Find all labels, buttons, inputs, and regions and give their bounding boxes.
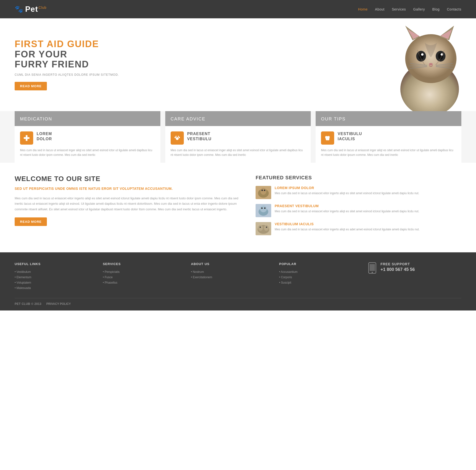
svg-point-43	[266, 227, 267, 228]
footer-services-list: Perspiciatis Fusce Phasellus	[103, 269, 181, 285]
footer-popular-suscipit: Suscipit	[279, 280, 357, 285]
paws-icon: 🐾	[15, 5, 23, 13]
svg-point-26	[327, 138, 327, 138]
hero-title-gray1: FOR YOUR	[15, 49, 119, 60]
svg-point-27	[328, 138, 329, 138]
our-tips-text: Mes cum dia sed in lacus ut eniascet ing…	[321, 148, 456, 157]
welcome-subtitle: SED UT PERSPICIATIS UNDE OMNIS ISTE NATU…	[15, 186, 241, 191]
hero-section: FIRST AID GUIDE FOR YOUR FURRY FRIEND CU…	[0, 18, 476, 111]
footer-link-vestibulum: Vestibulum	[15, 269, 93, 274]
nav-blog[interactable]: Blog	[432, 7, 440, 11]
featured-title: FEATURED SERVICES	[255, 175, 461, 181]
paw-icon-box	[171, 131, 184, 145]
featured-col: FEATURED SERVICES LOREM IPSUM DOLOR Mes …	[255, 175, 461, 240]
footer-useful-links: USEFUL LINKS Vestibulum Elementum Volupt…	[15, 262, 93, 291]
our-tips-card: OUR TIPS VESTIBULU IACULIS Mes cum dia s…	[316, 111, 461, 163]
footer-useful-links-title: USEFUL LINKS	[15, 262, 93, 266]
footer-link-malesuada: Malesuada	[15, 285, 93, 291]
our-tips-header: OUR TIPS	[316, 112, 461, 126]
care-advice-header: CARE ADVICE	[165, 112, 311, 126]
mid-section: WELCOME TO OUR SITE SED UT PERSPICIATIS …	[0, 163, 476, 252]
svg-point-24	[175, 136, 177, 137]
nav-contacts[interactable]: Contacts	[447, 7, 461, 11]
hero-cta-button[interactable]: READ MORE	[15, 82, 47, 90]
footer-privacy-link[interactable]: PRIVACY POLICY	[46, 302, 71, 306]
nav-about[interactable]: About	[375, 7, 384, 11]
care-advice-text: Mes cum dia sed in lacus ut eniascet ing…	[171, 148, 306, 157]
svg-point-46	[372, 272, 373, 273]
hero-subtitle: CUML DIA SENIA INGERTO ALIIQTES DOLORE I…	[15, 73, 119, 76]
footer-about-exercitationem: Exercitationem	[191, 274, 269, 280]
featured-thumb-2	[255, 204, 271, 217]
svg-point-35	[260, 205, 267, 212]
nav-gallery[interactable]: Gallery	[413, 7, 425, 11]
footer-columns: USEFUL LINKS Vestibulum Elementum Volupt…	[15, 262, 461, 298]
svg-rect-20	[24, 137, 29, 139]
phone-icon	[367, 262, 377, 276]
footer-bottom: PET CLUB © 2013 PRIVACY POLICY	[15, 298, 461, 306]
footer-about: ABOUT US Nostrum Exercitationem	[191, 262, 269, 291]
svg-point-25	[178, 136, 179, 137]
hero-cat-image	[393, 21, 466, 111]
footer-about-list: Nostrum Exercitationem	[191, 269, 269, 280]
site-header: 🐾 PetClub Home About Services Gallery Bl…	[0, 0, 476, 18]
care-advice-body: PRAESENT VESTIBULU Mes cum dia sed in la…	[165, 126, 311, 163]
footer-popular-corporis: Corporis	[279, 274, 357, 280]
svg-rect-45	[370, 264, 375, 271]
footer-service-fusce: Fusce	[103, 274, 181, 280]
care-advice-item: PRAESENT VESTIBULU	[171, 131, 306, 145]
featured-item-3-content: VESTIBULUM IACULIS Mes cum dia sed in la…	[275, 222, 420, 232]
footer-popular-list: Accusantium Corporis Suscipit	[279, 269, 357, 285]
featured-item-1-text: Mes cum dia sed in lacus ut eniascet eit…	[275, 191, 419, 196]
cross-icon-box	[20, 131, 33, 145]
dog-icon	[324, 135, 331, 142]
svg-point-36	[261, 207, 263, 209]
care-advice-card: CARE ADVICE PRAESENT VESTIBULU Mes cum d…	[165, 111, 311, 163]
medication-card: MEDICATION LOREM DOLOR Mes cum dia sed i…	[15, 111, 160, 163]
featured-item-1: LOREM IPSUM DOLOR Mes cum dia sed in lac…	[255, 186, 461, 199]
svg-point-30	[260, 188, 266, 195]
hero-title-gray2: FURRY FRIEND	[15, 59, 119, 70]
svg-point-10	[421, 53, 424, 56]
featured-item-1-title: LOREM IPSUM DOLOR	[275, 186, 419, 190]
svg-point-41	[264, 225, 269, 231]
logo: 🐾 PetClub	[15, 5, 47, 14]
support-title: FREE SUPPORT	[381, 262, 415, 266]
featured-item-2-content: PRAESENT VESTIBULUM Mes cum dia sed in l…	[275, 204, 419, 214]
footer-service-perspiciatis: Perspiciatis	[103, 269, 181, 274]
nav-services[interactable]: Services	[392, 7, 406, 11]
footer-service-phasellus: Phasellus	[103, 280, 181, 285]
our-tips-item-title: VESTIBULU IACULIS	[338, 131, 362, 142]
footer-link-voluptatem: Voluptatem	[15, 280, 93, 285]
svg-point-31	[261, 190, 263, 191]
support-phone: +1 800 567 45 56	[381, 267, 415, 272]
svg-point-1	[405, 34, 457, 83]
footer-link-elementum: Elementum	[15, 274, 93, 280]
nav-home[interactable]: Home	[358, 7, 368, 11]
medication-text: Mes cum dia sed in lacus ut eniascet ing…	[20, 148, 155, 157]
footer-support: FREE SUPPORT +1 800 567 45 56	[367, 262, 461, 291]
cross-icon	[23, 135, 30, 142]
medication-item: LOREM DOLOR	[20, 131, 155, 145]
footer-copyright: PET CLUB © 2013	[15, 302, 41, 306]
svg-point-40	[258, 225, 263, 231]
main-nav: Home About Services Gallery Blog Contact…	[358, 7, 461, 11]
cards-section: MEDICATION LOREM DOLOR Mes cum dia sed i…	[0, 111, 476, 163]
welcome-text: Mes cum dia sed in lacus ut eniascet eit…	[15, 196, 241, 212]
our-tips-body: VESTIBULU IACULIS Mes cum dia sed in lac…	[316, 126, 461, 163]
featured-item-3-text: Mes cum dia sed in lacus ut eniascet eit…	[275, 227, 420, 232]
medication-body: LOREM DOLOR Mes cum dia sed in lacus ut …	[15, 126, 160, 163]
footer-useful-links-list: Vestibulum Elementum Voluptatem Malesuad…	[15, 269, 93, 291]
site-footer: USEFUL LINKS Vestibulum Elementum Volupt…	[0, 252, 476, 310]
svg-point-32	[264, 190, 265, 191]
our-tips-item: VESTIBULU IACULIS	[321, 131, 456, 145]
logo-club: Club	[39, 6, 47, 10]
svg-point-22	[174, 137, 176, 138]
svg-point-23	[178, 137, 180, 138]
welcome-title: WELCOME TO OUR SITE	[15, 175, 241, 183]
footer-popular-title: POPULAR	[279, 262, 357, 266]
paw-icon	[174, 135, 181, 142]
svg-point-21	[176, 137, 179, 140]
footer-services-title: SERVICES	[103, 262, 181, 266]
welcome-cta-button[interactable]: READ MORE	[15, 217, 47, 226]
